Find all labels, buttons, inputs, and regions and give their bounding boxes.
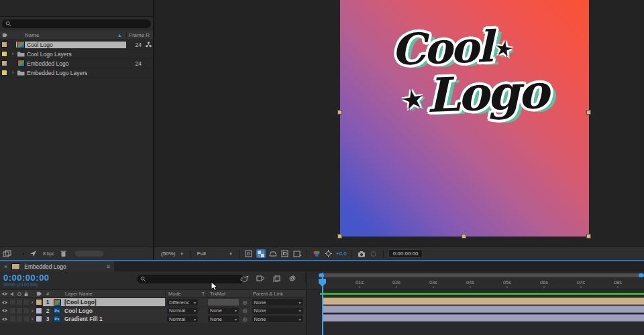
expander-icon[interactable]: ›	[9, 51, 16, 57]
frame-rate-column-header[interactable]: Frame R	[126, 32, 153, 38]
lock-toggle-cell[interactable]	[23, 308, 30, 314]
solo-icon[interactable]	[16, 290, 23, 297]
mask-visibility-icon[interactable]	[268, 249, 278, 258]
label-column-icon[interactable]	[35, 290, 43, 297]
audio-toggle-cell[interactable]	[9, 308, 16, 314]
project-item[interactable]: ›Cool Logo Layers	[0, 50, 153, 59]
lock-toggle-cell[interactable]	[23, 316, 30, 322]
grid-options-icon[interactable]	[244, 249, 254, 258]
lock-icon[interactable]	[23, 290, 30, 297]
current-time-indicator-line[interactable]	[322, 273, 323, 335]
visibility-eye-icon[interactable]	[0, 307, 9, 315]
item-name[interactable]: Cool Logo Layers	[25, 51, 126, 58]
pickwhip-icon[interactable]: ◎	[240, 307, 250, 315]
layer-name[interactable]: [Cool Logo]	[62, 298, 165, 306]
reset-exposure-icon[interactable]	[324, 249, 333, 258]
resolution-dropdown[interactable]: Full▾	[195, 251, 234, 257]
layer-duration-bar[interactable]	[323, 306, 644, 313]
selection-handle-right[interactable]	[586, 110, 591, 115]
label-color-swatch[interactable]	[35, 315, 43, 323]
name-column-header[interactable]: Name	[25, 32, 39, 38]
timeline-tab-embedded-logo[interactable]: × Embedded Logo ≡	[0, 261, 114, 271]
show-snapshot-icon[interactable]	[369, 249, 378, 258]
delete-icon[interactable]	[60, 250, 66, 257]
number-column-header[interactable]: #	[43, 290, 52, 297]
pickwhip-icon[interactable]: ◎	[240, 315, 250, 323]
lock-toggle-cell[interactable]	[23, 299, 30, 306]
solo-toggle-cell[interactable]	[16, 308, 23, 314]
send-icon[interactable]	[30, 250, 37, 257]
parent-link-column-header[interactable]: Parent & Link	[250, 290, 305, 297]
solo-toggle-cell[interactable]	[16, 316, 23, 322]
active-panel-divider[interactable]	[0, 260, 644, 261]
label-color-swatch[interactable]	[35, 307, 43, 315]
project-bit-depth[interactable]: 8 bpc	[43, 251, 54, 256]
transparency-grid-icon[interactable]	[256, 249, 266, 258]
expander-icon[interactable]: ›	[9, 70, 16, 76]
label-color-swatch[interactable]	[1, 60, 7, 66]
eye-icon[interactable]	[0, 290, 9, 297]
channel-settings-icon[interactable]	[312, 249, 321, 258]
solo-toggle-cell[interactable]	[16, 299, 23, 306]
audio-icon[interactable]	[9, 290, 16, 297]
timeline-navigator-bar[interactable]	[320, 273, 643, 277]
pixel-aspect-icon[interactable]	[292, 249, 302, 258]
search-input[interactable]	[2, 19, 151, 28]
selection-handle-bottom-left[interactable]	[337, 234, 342, 239]
label-color-swatch[interactable]	[35, 298, 43, 306]
selection-handle-bottom-right[interactable]	[586, 234, 591, 239]
audio-toggle-cell[interactable]	[9, 316, 16, 322]
interpret-footage-icon[interactable]	[3, 250, 11, 257]
close-icon[interactable]: ×	[4, 263, 7, 270]
preview-time-display[interactable]: 0:00:00:00	[388, 249, 423, 258]
timeline-layer-row[interactable]: ›1[Cool Logo]Differenc▾◎None▾	[0, 298, 305, 306]
trkmat-dropdown[interactable]: None▾	[207, 307, 240, 315]
blend-mode-dropdown[interactable]: Differenc▾	[165, 298, 200, 306]
t-column-header[interactable]: T	[200, 290, 207, 297]
project-item[interactable]: ›Embedded Logo Layers	[0, 68, 153, 78]
item-name[interactable]: Embedded Logo Layers	[25, 70, 126, 76]
project-item[interactable]: Cool Logo24	[0, 40, 153, 50]
exposure-value[interactable]: +0.0	[336, 251, 347, 257]
parent-link-dropdown[interactable]: None▾	[250, 307, 305, 315]
current-time-display[interactable]: 0:00:00:00	[3, 273, 50, 283]
pickwhip-icon[interactable]: ◎	[240, 298, 250, 306]
mode-column-header[interactable]: Mode	[165, 290, 200, 297]
region-of-interest-icon[interactable]	[280, 249, 290, 258]
layer-duration-bar[interactable]	[323, 297, 644, 305]
composition-canvas[interactable]: Cool★ ★Logo	[340, 0, 589, 237]
magnification-dropdown[interactable]: (50%)▾	[159, 251, 185, 257]
navigator-right-handle[interactable]	[639, 273, 644, 277]
visibility-eye-icon[interactable]	[0, 315, 9, 323]
visibility-eye-icon[interactable]	[0, 298, 9, 306]
project-columns-header[interactable]: Name▲ Frame R	[0, 31, 153, 40]
item-name[interactable]: Cool Logo	[25, 42, 126, 48]
selection-handle-left[interactable]	[337, 110, 342, 115]
parent-link-dropdown[interactable]: None▾	[250, 315, 305, 323]
layer-name[interactable]: Gradient Fill 1	[62, 315, 165, 323]
label-color-swatch[interactable]	[1, 51, 7, 57]
snapshot-camera-icon[interactable]	[357, 249, 366, 258]
timeline-layer-row[interactable]: ›3PsGradient Fill 1Normal▾None▾◎None▾	[0, 315, 305, 323]
layer-name[interactable]: Cool Logo	[62, 307, 165, 315]
audio-toggle-cell[interactable]	[9, 299, 16, 306]
blend-mode-dropdown[interactable]: Normal▾	[165, 315, 200, 323]
label-color-swatch[interactable]	[1, 70, 7, 76]
layer-name-column-header[interactable]: Layer Name	[62, 290, 165, 297]
expander-icon[interactable]: ›	[30, 307, 35, 315]
trkmat-dropdown[interactable]: None▾	[207, 315, 240, 323]
sort-ascending-icon[interactable]: ▲	[117, 33, 122, 38]
timeline-layer-row[interactable]: ›2PsCool LogoNormal▾None▾◎None▾	[0, 307, 305, 315]
timeline-search-input[interactable]	[137, 275, 244, 283]
shy-icon[interactable]	[240, 275, 249, 282]
item-name[interactable]: Embedded Logo	[25, 60, 126, 67]
frame-blend-icon[interactable]	[256, 275, 265, 282]
blend-mode-dropdown[interactable]: Normal▾	[165, 307, 200, 315]
expander-icon[interactable]: ›	[30, 315, 35, 323]
project-item[interactable]: Embedded Logo24	[0, 59, 153, 68]
navigator-left-handle[interactable]	[319, 273, 324, 277]
time-ruler[interactable]: 0s01s02s03s04s05s06s07s08s	[307, 279, 644, 289]
label-color-swatch[interactable]	[1, 42, 7, 48]
layer-duration-bar[interactable]	[323, 314, 644, 322]
motion-blur-icon[interactable]	[272, 275, 281, 282]
